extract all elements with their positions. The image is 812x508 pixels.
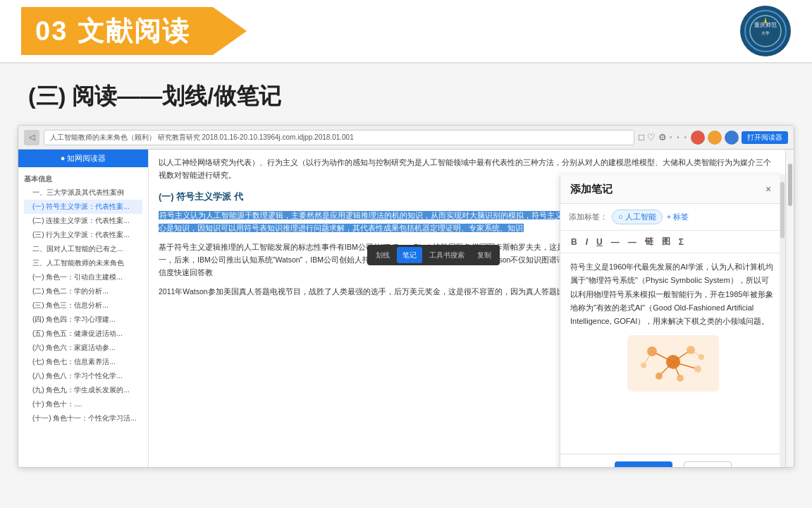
header-title: 03: [35, 16, 68, 47]
svg-text:大学: 大学: [761, 31, 770, 35]
open-in-app-btn[interactable]: 打开阅读器: [742, 131, 788, 144]
svg-point-12: [666, 355, 680, 369]
sidebar-header: ● 知网阅读器: [18, 150, 148, 167]
note-text: 符号主义是1960年代最先发展的AI学派，认为人和计算机均属于"物理符号系统"（…: [570, 260, 775, 328]
image-button[interactable]: 图: [660, 235, 672, 248]
sidebar-item-5[interactable]: 二、国对人工智能的已有之...: [24, 242, 142, 256]
url-bar: 人工智能教师的未来角色（顾利） 研究教育研究 2018.01.16-20.10.…: [44, 130, 634, 145]
sidebar: ● 知网阅读器 基本信息 一、三大学派及其代表性案例 (一) 符号主义学派：代表…: [18, 150, 149, 467]
network-graph-box: [627, 335, 719, 392]
add-tag-button[interactable]: + 标签: [667, 212, 689, 222]
context-toolbar: 划线 笔记 工具书搜索 复制: [367, 245, 500, 265]
university-logo: 重庆师范 大学: [740, 6, 791, 56]
cancel-button[interactable]: 取消: [684, 461, 732, 468]
bookmark-icon[interactable]: ♡: [647, 132, 656, 143]
note-footer: 确定 取消: [560, 454, 785, 468]
sidebar-item-10[interactable]: (四) 角色四：学习心理建...: [24, 313, 142, 327]
sidebar-item-1[interactable]: 一、三大学派及其代表性案例: [24, 186, 142, 200]
link-button[interactable]: 链: [643, 235, 656, 248]
toolbar-underline-btn[interactable]: 划线: [370, 247, 395, 263]
back-button[interactable]: ◁: [24, 130, 39, 145]
sidebar-section: 基本信息 一、三大学派及其代表性案例 (一) 符号主义学派：代表性案... (二…: [18, 167, 148, 428]
control-red[interactable]: [691, 131, 705, 145]
svg-point-17: [656, 373, 663, 380]
italic-button[interactable]: I: [584, 236, 590, 248]
svg-point-13: [647, 346, 657, 356]
sidebar-item-9[interactable]: (三) 角色三：信息分析...: [24, 298, 142, 313]
toolbar-copy-btn[interactable]: 复制: [472, 247, 497, 263]
header-title-container: 03 文献阅读: [21, 7, 247, 55]
note-close-button[interactable]: ×: [761, 182, 775, 196]
sidebar-item-14[interactable]: (八) 角色八：学习个性化学...: [24, 369, 142, 383]
sidebar-item-6[interactable]: 三、人工智能教师的未来角色: [24, 256, 142, 270]
header: 03 文献阅读 重庆师范 大学: [0, 0, 812, 64]
ai-tag-chip[interactable]: ○ 人工智能: [612, 210, 663, 224]
note-panel: 添加笔记 × 添加标签： ○ 人工智能 + 标签 B I U — — 链: [560, 175, 785, 468]
toolbar-dict-btn[interactable]: 工具书搜索: [424, 247, 470, 263]
section-heading: (三) 阅读——划线/做笔记: [0, 64, 812, 125]
share-icon[interactable]: □: [639, 132, 644, 143]
note-tags-row: 添加标签： ○ 人工智能 + 标签: [560, 204, 785, 231]
note-content-area[interactable]: 符号主义是1960年代最先发展的AI学派，认为人和计算机均属于"物理符号系统"（…: [560, 253, 785, 454]
sidebar-item-7[interactable]: (一) 角色一：引动自主建模...: [24, 270, 142, 284]
settings-icon[interactable]: ⚙: [658, 132, 667, 143]
note-panel-title: 添加笔记: [570, 183, 613, 196]
toolbar-note-btn[interactable]: 笔记: [397, 247, 422, 263]
svg-point-16: [677, 375, 684, 382]
app-body: ● 知网阅读器 基本信息 一、三大学派及其代表性案例 (一) 符号主义学派：代表…: [18, 150, 794, 467]
svg-point-15: [694, 365, 701, 373]
main-content: ◁ 人工智能教师的未来角色（顾利） 研究教育研究 2018.01.16-20.1…: [0, 125, 812, 468]
confirm-button[interactable]: 确定: [615, 461, 672, 468]
control-orange[interactable]: [708, 131, 722, 145]
dash-button[interactable]: —: [626, 236, 639, 248]
scrollbar-area[interactable]: [785, 150, 794, 467]
svg-point-18: [641, 363, 646, 368]
sidebar-item-16[interactable]: (十) 角色十：....: [24, 397, 142, 411]
scrollbar-thumb[interactable]: [788, 164, 792, 206]
header-arrow-bg: 03 文献阅读: [21, 7, 247, 55]
svg-point-19: [699, 354, 704, 360]
sidebar-item-11[interactable]: (五) 角色五：健康促进活动...: [24, 327, 142, 341]
note-toolbar: B I U — — 链 图 Σ: [560, 231, 785, 253]
bold-button[interactable]: B: [569, 236, 579, 248]
note-scrollbar-thumb[interactable]: [780, 182, 785, 238]
sidebar-item-12[interactable]: (六) 角色六：家庭活动参...: [24, 341, 142, 355]
sidebar-item-4[interactable]: (三) 行为主义学派：代表性案...: [24, 228, 142, 242]
svg-text:重庆师范: 重庆师范: [754, 22, 777, 28]
browser-topbar: ◁ 人工智能教师的未来角色（顾利） 研究教育研究 2018.01.16-20.1…: [18, 126, 794, 150]
browser-window: ◁ 人工智能教师的未来角色（顾利） 研究教育研究 2018.01.16-20.1…: [18, 125, 794, 468]
note-scrollbar[interactable]: [780, 175, 785, 468]
strike-button[interactable]: —: [609, 236, 622, 248]
note-image-preview: [570, 335, 775, 392]
sidebar-item-15[interactable]: (九) 角色九：学生成长发展的...: [24, 383, 142, 397]
note-panel-header: 添加笔记 ×: [560, 175, 785, 204]
progress-dots: • • •: [670, 133, 688, 141]
control-blue[interactable]: [725, 131, 739, 145]
browser-controls: □ ♡ ⚙ • • • 打开阅读器: [639, 131, 788, 145]
tag-label: 添加标签：: [569, 212, 608, 222]
svg-point-14: [687, 346, 695, 354]
sidebar-item-17[interactable]: (十一) 角色十一：个性化学习活...: [24, 411, 142, 425]
sidebar-item-2[interactable]: (一) 符号主义学派：代表性案...: [24, 200, 142, 214]
header-subtitle: 文献阅读: [78, 13, 190, 49]
sidebar-item-13[interactable]: (七) 角色七：信息素养活...: [24, 355, 142, 369]
formula-button[interactable]: Σ: [677, 236, 686, 248]
sidebar-item-8[interactable]: (二) 角色二：学的分析...: [24, 284, 142, 298]
sidebar-item-3[interactable]: (二) 连接主义学派：代表性案...: [24, 214, 142, 228]
underline-button[interactable]: U: [594, 236, 605, 248]
